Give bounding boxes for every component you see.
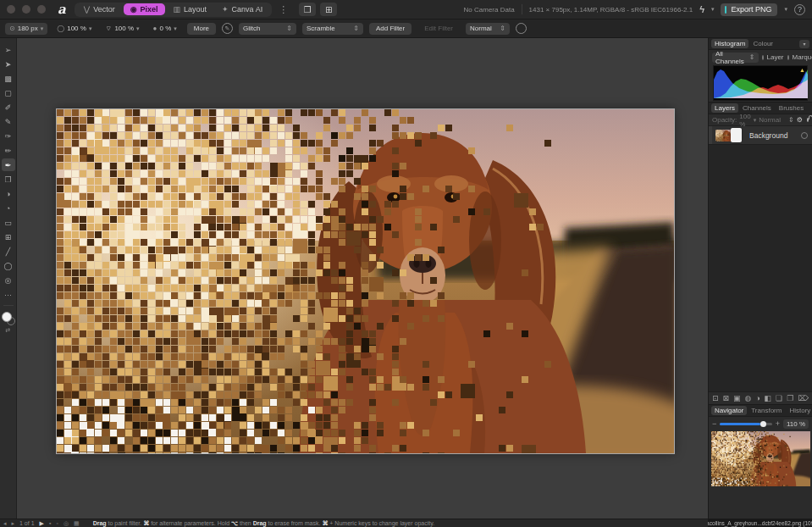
tab-navigator[interactable]: Navigator (711, 406, 747, 415)
play-icon[interactable]: ▶ (40, 520, 44, 527)
layer-blend-mode[interactable]: Normal (759, 116, 781, 124)
flash-icon[interactable]: ϟ (699, 4, 704, 14)
snapshot-icon[interactable]: ◧ (765, 394, 772, 402)
flash-dropdown-caret[interactable]: ▾ (711, 6, 715, 13)
new-layer-icon[interactable]: ❐ (787, 394, 793, 402)
marquee-tool[interactable]: ▢ (2, 86, 15, 99)
paint-brush-tool[interactable]: ✑ (2, 130, 15, 142)
window-close-button[interactable] (7, 5, 15, 14)
channel-select[interactable]: All Channels ⇕ (712, 53, 759, 63)
canvas-area[interactable] (17, 38, 708, 519)
colour-picker-tool[interactable]: ╱ (2, 245, 15, 258)
pixel-tool[interactable]: ✒ (2, 158, 15, 171)
sponge-tool[interactable]: ◯ (2, 259, 15, 272)
zoom-slider[interactable] (720, 423, 771, 425)
mask-layer-icon[interactable]: ▣ (733, 394, 741, 402)
help-button[interactable]: ? (794, 4, 805, 15)
tab-transform[interactable]: Transform (748, 406, 785, 415)
delete-layer-icon[interactable]: ⌦ (798, 394, 809, 402)
edit-all-layers-icon[interactable]: ⊡ (712, 394, 719, 402)
chevron-down-icon[interactable]: ▾ (799, 40, 809, 48)
shape-tool[interactable]: ▭ (2, 216, 15, 229)
mesh-warp-tool[interactable]: ⊞ (2, 230, 15, 243)
marquee-checkbox[interactable] (787, 55, 789, 60)
assistant-icon[interactable]: ⊞ (320, 3, 337, 16)
flood-select-tool[interactable]: ▩ (2, 72, 15, 85)
tab-history[interactable]: History (786, 406, 812, 415)
persona-overflow-icon[interactable]: ⋮ (279, 4, 288, 15)
layer-row-background[interactable]: Background (709, 126, 812, 145)
hardness-control[interactable]: ● 0 % ▾ (149, 23, 181, 35)
more-tools[interactable]: ··· (2, 288, 15, 301)
layer-checkbox[interactable] (762, 55, 764, 60)
brush-size-control[interactable]: ⊙ 180 px ▾ (5, 23, 47, 35)
zoom-value[interactable]: 110 % (783, 419, 809, 429)
lock-icon[interactable] (807, 118, 809, 122)
layer-grip[interactable] (709, 126, 712, 144)
tab-stock[interactable]: Stock (808, 103, 812, 113)
brush-editor-icon[interactable]: ✎ (222, 23, 233, 34)
window-zoom-button[interactable] (37, 5, 46, 14)
pencil-tool[interactable]: ✎ (2, 115, 15, 128)
history-forward-icon[interactable]: ▸ (12, 520, 15, 527)
colour-well[interactable] (2, 312, 15, 325)
filter-name-select[interactable]: Scramble ⇕ (302, 23, 363, 35)
more-button[interactable]: More (187, 23, 216, 35)
export-png-button[interactable]: Export PNG (721, 3, 777, 16)
blend-stepper-icon[interactable]: ⇕ (788, 116, 794, 124)
marquee-checkbox-label: Marquee (793, 53, 812, 61)
document-canvas[interactable] (57, 109, 674, 453)
navigator-thumbnail[interactable] (711, 431, 810, 486)
clipping-warning-icon[interactable]: ▲ (799, 67, 805, 73)
group-layers-icon[interactable]: ❏ (776, 394, 782, 402)
foreground-colour-swatch[interactable] (2, 312, 12, 322)
brush-size-caret: ▾ (41, 25, 44, 32)
wet-edges-icon[interactable] (516, 23, 527, 34)
layer-effects-icon[interactable]: ⊠ (722, 394, 729, 402)
tab-histogram[interactable]: Histogram (711, 39, 748, 48)
divider (522, 4, 522, 14)
filter-category-select[interactable]: Glitch ⇕ (239, 23, 296, 35)
history-back-icon[interactable]: ◂ (3, 520, 7, 527)
adjustment-icon[interactable]: ◑ (755, 394, 760, 402)
snapping-icon[interactable]: ❒ (299, 3, 316, 16)
dodge-tool[interactable]: ◑ (2, 187, 15, 200)
layer-visibility-toggle[interactable] (801, 132, 808, 139)
tab-layers[interactable]: Layers (711, 103, 738, 113)
persona-layout[interactable]: ▥ Layout (167, 3, 214, 15)
tab-colour[interactable]: Colour (749, 39, 776, 48)
tab-brushes[interactable]: Brushes (776, 103, 807, 113)
pixel-persona-icon: ◉ (130, 5, 137, 14)
zoom-in-button[interactable]: + (776, 419, 780, 428)
persona-vector[interactable]: ⋁ Vector (77, 3, 122, 15)
live-filter-icon[interactable]: ◍ (744, 394, 751, 402)
vector-persona-icon: ⋁ (84, 5, 90, 14)
move-tool[interactable]: ➢ (2, 43, 15, 56)
snap-toggle-icon[interactable]: ▪ (49, 520, 51, 526)
layer-opacity-caret[interactable]: ▾ (754, 117, 757, 124)
flow-control[interactable]: 🜄 100 % ▾ (101, 23, 143, 35)
erase-brush-tool[interactable]: ✏ (2, 144, 15, 157)
tab-channels[interactable]: Channels (739, 103, 775, 113)
zoom-slider-thumb[interactable] (760, 421, 766, 427)
persona-canva-ai[interactable]: ✦ Canva AI (215, 3, 269, 15)
grid-icon[interactable]: ▦ (74, 520, 80, 527)
zoom-out-button[interactable]: − (712, 419, 716, 428)
frame-toggle-icon[interactable]: ▫ (56, 520, 58, 526)
layer-mask-thumbnail[interactable] (731, 128, 742, 142)
export-dropdown-caret[interactable]: ▾ (784, 6, 787, 13)
zoom-tool[interactable]: ◎ (2, 274, 15, 286)
window-minimize-button[interactable] (22, 5, 30, 14)
smudge-tool[interactable]: ◔ (2, 202, 15, 214)
selection-brush-tool[interactable]: ✐ (2, 101, 15, 114)
persona-pixel[interactable]: ◉ Pixel (124, 3, 165, 15)
clone-tool[interactable]: ❐ (2, 173, 15, 186)
zoom-status-icon[interactable]: ◎ (64, 520, 69, 527)
opacity-control[interactable]: ◯ 100 % ▾ (52, 23, 96, 35)
blend-mode-select[interactable]: Normal ⇕ (466, 23, 510, 35)
layer-opacity-value[interactable]: 100 % (739, 113, 750, 128)
add-filter-button[interactable]: Add Filter (369, 23, 412, 35)
node-tool[interactable]: ➤ (2, 58, 15, 70)
swap-colours-icon[interactable]: ⇄ (6, 327, 11, 334)
gear-icon[interactable]: ⚙ (797, 116, 803, 124)
